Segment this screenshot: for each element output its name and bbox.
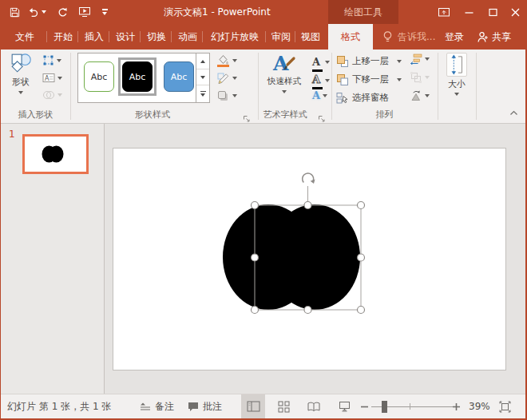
text-outline-icon: A [312,71,323,89]
shape-style-preset-2[interactable]: Abc [122,61,153,92]
draw-textbox-button[interactable]: A [42,72,62,84]
quick-styles-button[interactable]: A 快速样式 [260,51,309,105]
tab-separator [295,31,295,42]
slide-thumbnail-selected[interactable] [22,134,89,174]
tab-design[interactable]: 设计 [109,24,141,50]
align-objects-button[interactable] [410,53,430,65]
size-button-label: 大小 [448,78,466,90]
minimize-button[interactable] [458,0,481,24]
dialog-launcher-icon [243,115,251,123]
notes-button[interactable]: 备注 [140,394,174,418]
collapse-ribbon-button[interactable] [507,107,520,118]
gallery-scroll-down-button[interactable] [196,69,209,85]
fit-to-window-button[interactable] [494,394,515,418]
start-slideshow-button[interactable] [75,3,94,21]
tab-file[interactable]: 文件 [7,24,42,50]
tab-slideshow[interactable]: 幻灯片放映 [203,24,267,50]
tab-view[interactable]: 视图 [295,24,326,50]
merge-shapes-caret [57,93,62,97]
slide-sorter-view-button[interactable] [272,394,295,418]
title-bar: 演示文稿1 - PowerPoint 绘图工具 [1,0,527,24]
start-slideshow-icon [78,6,91,18]
close-button[interactable] [504,0,527,24]
sign-in-button[interactable]: 登录 [445,24,464,50]
ribbon-display-options-button[interactable] [432,0,455,24]
text-outline-caret [325,79,330,82]
group-label-shape-styles: 形状样式 [70,109,235,121]
shape-styles-gallery: Abc Abc Abc [77,53,210,103]
bring-forward-button[interactable]: 上移一层 [336,53,402,69]
text-fill-button[interactable]: A [312,53,330,72]
send-backward-button[interactable]: 下移一层 [336,71,402,88]
handle-top-right[interactable] [358,202,365,209]
slideshow-view-button[interactable] [333,394,355,418]
merge-shapes-button[interactable] [42,89,62,101]
align-objects-icon [410,53,422,65]
shape-outline-button[interactable] [216,72,237,85]
share-label: 共享 [492,24,511,50]
handle-top-middle[interactable] [304,202,311,209]
reading-view-button[interactable] [303,394,325,418]
zoom-level[interactable]: 39% [469,394,490,418]
handle-bottom-middle[interactable] [304,307,311,314]
tab-animations[interactable]: 动画 [172,24,204,50]
save-button[interactable] [6,3,23,21]
handle-bottom-right[interactable] [358,307,365,314]
size-button[interactable]: 大小 [439,51,474,107]
text-effects-icon: A [312,90,320,101]
selection-pane-button[interactable]: 选择窗格 [336,89,389,106]
maximize-button[interactable] [481,0,505,24]
handle-top-left[interactable] [252,202,259,209]
rotate-handle[interactable] [303,173,315,184]
rotate-objects-button[interactable] [410,89,430,101]
tell-me-button[interactable]: 告诉我... [382,24,435,50]
tab-transitions[interactable]: 切换 [141,24,172,50]
shape-styles-dialog-launcher[interactable] [243,111,252,121]
redo-button[interactable] [53,3,71,21]
shape-style-preset-1[interactable]: Abc [84,61,114,92]
rotate-objects-caret [425,94,430,97]
textbox-icon: A [42,72,55,84]
redo-icon [57,6,69,18]
gallery-more-button[interactable] [196,85,209,101]
ribbon-display-options-icon [438,6,450,18]
gallery-scroll-up-button[interactable] [196,53,209,69]
gallery-more-icon [200,91,206,93]
shapes-dropdown-caret [18,91,23,94]
zoom-slider-thumb[interactable] [382,401,387,413]
normal-view-button[interactable] [241,394,265,418]
wordart-quick-styles-icon: A [272,51,296,75]
handle-middle-right[interactable] [358,254,365,261]
quick-styles-label: 快速样式 [267,76,301,87]
tab-review[interactable]: 审阅 [266,24,296,50]
edit-shape-button[interactable] [42,54,61,66]
tab-insert[interactable]: 插入 [78,24,110,50]
tab-separator [77,31,78,42]
handle-bottom-left[interactable] [252,307,259,314]
zoom-out-button[interactable] [359,394,369,418]
tab-format[interactable]: 格式 [328,24,373,50]
wordart-styles-dialog-launcher[interactable] [318,111,327,121]
shape-effects-button[interactable] [216,89,237,102]
shape-fill-button[interactable] [216,54,237,67]
contextual-tool-tab: 绘图工具 [328,0,398,24]
share-button[interactable]: 共享 [477,24,511,50]
comments-button[interactable]: 批注 [188,394,222,418]
tab-home[interactable]: 开始 [47,24,79,50]
shapes-button[interactable]: 形状 [3,51,38,107]
shape-style-preset-3[interactable]: Abc [164,61,194,92]
text-effects-button[interactable]: A [312,90,327,101]
text-outline-button[interactable]: A [312,71,330,89]
send-backward-icon [336,73,349,86]
bring-forward-label: 上移一层 [352,55,389,67]
fit-to-window-icon [499,401,511,413]
customize-qat-button[interactable] [97,3,112,21]
handle-middle-left[interactable] [252,254,259,261]
undo-button[interactable] [26,3,48,21]
selected-shape[interactable] [223,204,360,310]
zoom-in-button[interactable] [451,394,461,418]
slide-editing-area[interactable] [105,124,526,394]
comments-icon [188,402,199,412]
group-objects-button[interactable] [410,71,430,84]
notes-icon [140,402,151,411]
